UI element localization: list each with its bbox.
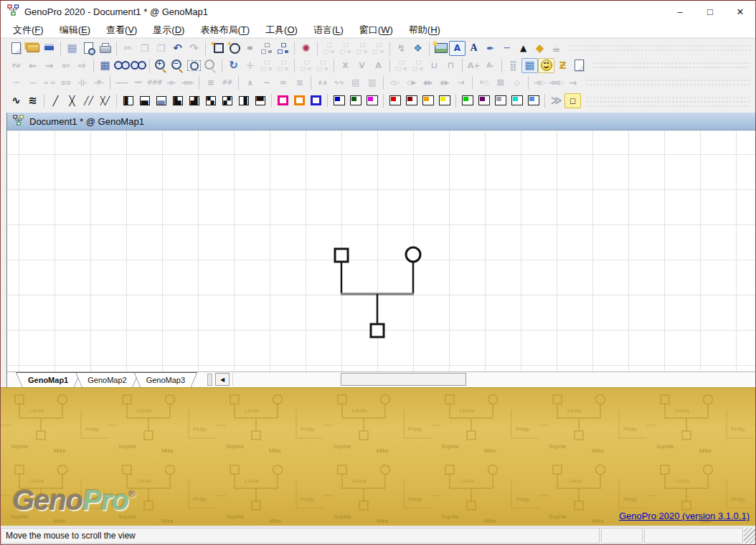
layout-descendants-button[interactable] — [354, 41, 370, 56]
new-female-button[interactable] — [225, 41, 242, 56]
tree-all-generations-button[interactable] — [314, 58, 331, 73]
new-pedigree-tree-button[interactable] — [258, 41, 275, 56]
line-double-button[interactable]: ══ — [130, 75, 146, 90]
pedigree-a-button[interactable]: A — [370, 58, 387, 73]
close-button[interactable]: ✕ — [725, 1, 755, 22]
refresh-layout-button[interactable]: ↻ — [225, 58, 242, 73]
navigate-forward-button[interactable]: ⇨ — [74, 58, 90, 73]
zoom-out-button[interactable]: − — [169, 58, 186, 73]
cut-diamond-button[interactable]: ✕◇ — [476, 75, 492, 90]
color-magenta-swatch[interactable] — [364, 93, 380, 108]
diamond-end-button[interactable]: ◇ — [509, 75, 525, 90]
arrow-center-diamond-button[interactable]: ◈▶ — [436, 75, 453, 90]
menu-item-f[interactable]: 文件(F) — [5, 22, 52, 37]
line-triple-button[interactable]: ≡ — [202, 75, 219, 90]
color-cornflower-swatch[interactable] — [525, 93, 542, 108]
fill-bottom-half-button[interactable]: ▄ — [136, 93, 153, 108]
minimize-button[interactable]: – — [665, 1, 695, 22]
find-button[interactable] — [113, 58, 130, 73]
snap-to-dots-button[interactable]: ⣿ — [505, 58, 521, 73]
hatch-fill-button[interactable]: ▤ — [347, 75, 364, 90]
menu-item-d[interactable]: 显示(D) — [145, 22, 192, 37]
page-borders-button[interactable]: ▦ — [64, 41, 80, 56]
line-circle-button[interactable]: -o- — [163, 75, 179, 90]
fill-diagonal-button[interactable]: ▚ — [202, 93, 219, 108]
branch-up-button[interactable] — [393, 58, 410, 73]
tab-genomap3[interactable]: GenoMap3 — [134, 372, 197, 387]
horizontal-scrollbar-thumb[interactable] — [341, 373, 466, 386]
menu-item-l[interactable]: 语言(L) — [306, 22, 351, 37]
dash-style-dashes-button[interactable]: --- — [24, 75, 41, 90]
insert-label-button[interactable]: A — [449, 41, 466, 56]
line-hatch-button[interactable]: ## — [219, 75, 235, 90]
fill-right-half-button[interactable]: ▐ — [235, 93, 252, 108]
table-layout-button[interactable]: ▦ — [97, 58, 113, 73]
font-decrease-button[interactable]: A- — [482, 58, 499, 73]
bracket-open-button[interactable]: ⊔ — [426, 58, 443, 73]
color-blue-swatch[interactable] — [331, 93, 347, 108]
dash-style-double-dash-button[interactable]: = = — [41, 75, 57, 90]
tree-descendants-button[interactable] — [275, 58, 291, 73]
dash-style-dots-button[interactable]: ··· — [8, 75, 24, 90]
fill-left-half-button[interactable]: ▌ — [120, 93, 136, 108]
color-gray-swatch[interactable] — [492, 93, 509, 108]
layout-siblings-button[interactable] — [370, 41, 387, 56]
insert-text-button[interactable]: A — [466, 41, 482, 56]
border-color-orange-button[interactable] — [291, 93, 308, 108]
tab-genomap1[interactable]: GenoMap1 — [16, 372, 80, 387]
hatch-fill-dense-button[interactable]: ▥ — [364, 75, 380, 90]
copy-button[interactable]: ❐ — [136, 41, 153, 56]
wave-tilde-button[interactable]: ∼ — [258, 75, 275, 90]
resize-grip[interactable] — [744, 528, 755, 544]
menu-item-o[interactable]: 工具(O) — [257, 22, 306, 37]
line-solid-button[interactable]: —— — [113, 75, 130, 90]
draw-curve-button[interactable]: ∿ — [8, 93, 24, 108]
redo-button[interactable]: ↷ — [186, 41, 202, 56]
color-purple-swatch[interactable] — [476, 93, 492, 108]
arrow-double-circle-button[interactable]: -oo▷ — [548, 75, 564, 90]
navigate-back-button[interactable]: ⇦ — [57, 58, 74, 73]
layout-family-tree-button[interactable] — [337, 41, 354, 56]
scroll-left-button[interactable]: ◀ — [215, 373, 230, 386]
menu-item-v[interactable]: 查看(V) — [98, 22, 145, 37]
report-generator-button[interactable] — [571, 58, 587, 73]
fill-top-half-button[interactable]: ▀ — [252, 93, 268, 108]
line-style-button[interactable]: ┄ — [499, 41, 515, 56]
fill-corner-bottom-left-button[interactable]: ▙ — [169, 93, 186, 108]
dash-style-triple-dash-button[interactable]: ≡≡ — [57, 75, 74, 90]
menu-item-h[interactable]: 帮助(H) — [401, 22, 448, 37]
tab-splitter-handle[interactable] — [207, 374, 212, 386]
stroke-double-slash-button[interactable]: ╱╱ — [80, 93, 97, 108]
zigzag-button[interactable]: ∧∧ — [314, 75, 331, 90]
color-orange-swatch[interactable] — [420, 93, 436, 108]
insert-triangle-button[interactable]: ▲ — [515, 41, 531, 56]
zoom-selection-button[interactable] — [186, 58, 202, 73]
menu-item-w[interactable]: 窗口(W) — [351, 22, 401, 37]
print-preview-button[interactable] — [80, 41, 97, 56]
stroke-cross-button[interactable]: ╳ — [64, 93, 80, 108]
undo-button[interactable]: ↶ — [169, 41, 186, 56]
stroke-single-button[interactable]: ╱ — [47, 93, 64, 108]
coffee-break-button[interactable]: ☕ — [548, 41, 564, 56]
fill-corner-bottom-right-button[interactable]: ▟ — [186, 93, 202, 108]
new-male-button[interactable] — [209, 41, 225, 56]
scroll-panel-button[interactable]: Ƶ — [554, 58, 571, 73]
branch-down-button[interactable] — [410, 58, 426, 73]
zigzag-double-button[interactable]: ∿∿ — [331, 75, 347, 90]
tree-both-button[interactable] — [298, 58, 314, 73]
horizontal-scrollbar-track[interactable] — [232, 373, 755, 386]
save-document-button[interactable] — [41, 41, 57, 56]
arrow-plain-button[interactable]: → — [564, 75, 581, 90]
maximize-button[interactable]: □ — [695, 1, 725, 22]
show-grid-button[interactable]: ▦ — [521, 58, 538, 73]
tree-ancestors-button[interactable] — [258, 58, 275, 73]
stroke-cross-slash-button[interactable]: ╳╱ — [97, 93, 113, 108]
hyperlink-button[interactable]: ∾ — [8, 58, 24, 73]
show-emotions-button[interactable] — [538, 58, 554, 73]
draw-double-curve-button[interactable]: ≋ — [24, 93, 41, 108]
fill-diagonal-reverse-button[interactable]: ▞ — [219, 93, 235, 108]
border-color-magenta-button[interactable] — [275, 93, 291, 108]
document-title-bar[interactable]: Document1 * @ GenoMap1 — [7, 113, 755, 131]
color-dark-green-swatch[interactable] — [347, 93, 364, 108]
color-green-swatch[interactable] — [459, 93, 476, 108]
